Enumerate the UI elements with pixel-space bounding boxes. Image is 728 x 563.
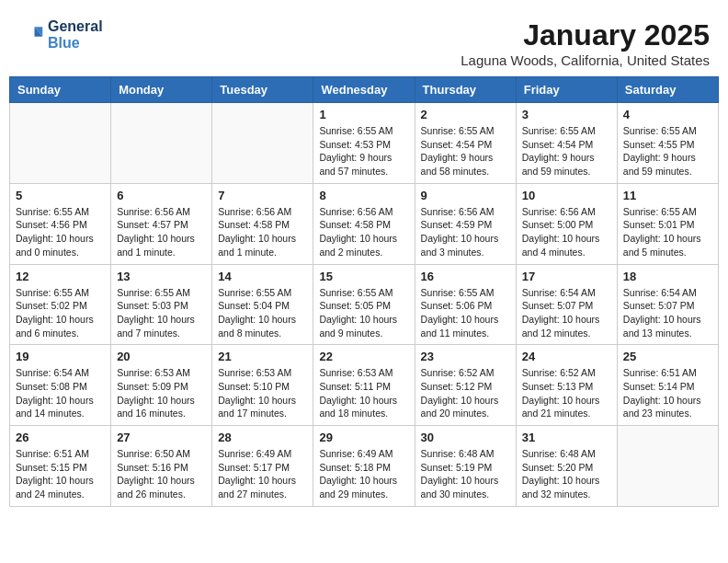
location-title: Laguna Woods, California, United States: [461, 52, 710, 68]
calendar-cell: 22Sunrise: 6:53 AM Sunset: 5:11 PM Dayli…: [313, 345, 415, 426]
day-info: Sunrise: 6:52 AM Sunset: 5:13 PM Dayligh…: [522, 366, 611, 420]
day-info: Sunrise: 6:55 AM Sunset: 5:02 PM Dayligh…: [16, 286, 105, 340]
day-info: Sunrise: 6:55 AM Sunset: 4:54 PM Dayligh…: [421, 124, 510, 178]
calendar-cell: 27Sunrise: 6:50 AM Sunset: 5:16 PM Dayli…: [111, 426, 212, 507]
calendar-week-4: 19Sunrise: 6:54 AM Sunset: 5:08 PM Dayli…: [10, 345, 719, 426]
day-info: Sunrise: 6:55 AM Sunset: 5:03 PM Dayligh…: [117, 286, 206, 340]
day-info: Sunrise: 6:49 AM Sunset: 5:18 PM Dayligh…: [319, 447, 408, 501]
day-number: 12: [16, 270, 105, 283]
calendar-cell: 14Sunrise: 6:55 AM Sunset: 5:04 PM Dayli…: [212, 264, 313, 345]
calendar-cell: 9Sunrise: 6:56 AM Sunset: 4:59 PM Daylig…: [415, 183, 516, 264]
day-number: 29: [319, 431, 408, 444]
day-number: 22: [319, 350, 408, 363]
day-info: Sunrise: 6:53 AM Sunset: 5:11 PM Dayligh…: [319, 366, 408, 420]
weekday-header-sunday: Sunday: [10, 77, 111, 103]
calendar-week-3: 12Sunrise: 6:55 AM Sunset: 5:02 PM Dayli…: [10, 264, 719, 345]
day-number: 8: [319, 189, 408, 202]
day-info: Sunrise: 6:54 AM Sunset: 5:07 PM Dayligh…: [522, 286, 611, 340]
day-number: 26: [16, 431, 105, 444]
calendar-week-5: 26Sunrise: 6:51 AM Sunset: 5:15 PM Dayli…: [10, 426, 719, 507]
calendar-cell: [111, 103, 212, 184]
day-number: 16: [421, 270, 510, 283]
calendar-table: SundayMondayTuesdayWednesdayThursdayFrid…: [9, 76, 719, 507]
day-info: Sunrise: 6:56 AM Sunset: 4:59 PM Dayligh…: [421, 205, 510, 259]
weekday-header-row: SundayMondayTuesdayWednesdayThursdayFrid…: [10, 77, 719, 103]
calendar-cell: 21Sunrise: 6:53 AM Sunset: 5:10 PM Dayli…: [212, 345, 313, 426]
calendar-cell: 2Sunrise: 6:55 AM Sunset: 4:54 PM Daylig…: [415, 103, 516, 184]
day-number: 20: [117, 350, 206, 363]
calendar-cell: 17Sunrise: 6:54 AM Sunset: 5:07 PM Dayli…: [516, 264, 617, 345]
day-info: Sunrise: 6:54 AM Sunset: 5:07 PM Dayligh…: [623, 286, 712, 340]
day-number: 9: [421, 189, 510, 202]
day-info: Sunrise: 6:56 AM Sunset: 4:58 PM Dayligh…: [218, 205, 307, 259]
calendar-cell: 11Sunrise: 6:55 AM Sunset: 5:01 PM Dayli…: [617, 183, 718, 264]
logo-text: General Blue: [48, 18, 103, 52]
day-number: 2: [421, 108, 510, 121]
day-number: 21: [218, 350, 307, 363]
day-info: Sunrise: 6:49 AM Sunset: 5:17 PM Dayligh…: [218, 447, 307, 501]
calendar-cell: 10Sunrise: 6:56 AM Sunset: 5:00 PM Dayli…: [516, 183, 617, 264]
calendar-cell: 20Sunrise: 6:53 AM Sunset: 5:09 PM Dayli…: [111, 345, 212, 426]
weekday-header-saturday: Saturday: [617, 77, 718, 103]
day-number: 6: [117, 189, 206, 202]
calendar-cell: 15Sunrise: 6:55 AM Sunset: 5:05 PM Dayli…: [313, 264, 415, 345]
day-info: Sunrise: 6:53 AM Sunset: 5:09 PM Dayligh…: [117, 366, 206, 420]
day-info: Sunrise: 6:51 AM Sunset: 5:14 PM Dayligh…: [623, 366, 712, 420]
calendar-cell: 16Sunrise: 6:55 AM Sunset: 5:06 PM Dayli…: [415, 264, 516, 345]
day-info: Sunrise: 6:55 AM Sunset: 4:53 PM Dayligh…: [319, 124, 408, 178]
calendar-cell: 28Sunrise: 6:49 AM Sunset: 5:17 PM Dayli…: [212, 426, 313, 507]
calendar-cell: 26Sunrise: 6:51 AM Sunset: 5:15 PM Dayli…: [10, 426, 111, 507]
weekday-header-wednesday: Wednesday: [313, 77, 415, 103]
calendar-cell: 25Sunrise: 6:51 AM Sunset: 5:14 PM Dayli…: [617, 345, 718, 426]
day-info: Sunrise: 6:55 AM Sunset: 4:54 PM Dayligh…: [522, 124, 611, 178]
calendar-cell: 24Sunrise: 6:52 AM Sunset: 5:13 PM Dayli…: [516, 345, 617, 426]
calendar-cell: 13Sunrise: 6:55 AM Sunset: 5:03 PM Dayli…: [111, 264, 212, 345]
day-number: 24: [522, 350, 611, 363]
calendar-cell: [10, 103, 111, 184]
calendar-cell: [617, 426, 718, 507]
day-info: Sunrise: 6:51 AM Sunset: 5:15 PM Dayligh…: [16, 447, 105, 501]
day-number: 19: [16, 350, 105, 363]
calendar-cell: 31Sunrise: 6:48 AM Sunset: 5:20 PM Dayli…: [516, 426, 617, 507]
day-number: 15: [319, 270, 408, 283]
day-info: Sunrise: 6:48 AM Sunset: 5:19 PM Dayligh…: [421, 447, 510, 501]
logo: General Blue: [18, 18, 103, 52]
day-number: 18: [623, 270, 712, 283]
calendar-cell: 3Sunrise: 6:55 AM Sunset: 4:54 PM Daylig…: [516, 103, 617, 184]
day-info: Sunrise: 6:52 AM Sunset: 5:12 PM Dayligh…: [421, 366, 510, 420]
weekday-header-thursday: Thursday: [415, 77, 516, 103]
day-number: 28: [218, 431, 307, 444]
day-number: 4: [623, 108, 712, 121]
day-info: Sunrise: 6:56 AM Sunset: 4:58 PM Dayligh…: [319, 205, 408, 259]
calendar-cell: 30Sunrise: 6:48 AM Sunset: 5:19 PM Dayli…: [415, 426, 516, 507]
day-info: Sunrise: 6:55 AM Sunset: 4:55 PM Dayligh…: [623, 124, 712, 178]
page-header: General Blue January 2025 Laguna Woods, …: [9, 9, 719, 73]
day-info: Sunrise: 6:55 AM Sunset: 5:05 PM Dayligh…: [319, 286, 408, 340]
day-number: 31: [522, 431, 611, 444]
day-number: 7: [218, 189, 307, 202]
day-info: Sunrise: 6:56 AM Sunset: 5:00 PM Dayligh…: [522, 205, 611, 259]
day-number: 17: [522, 270, 611, 283]
day-info: Sunrise: 6:55 AM Sunset: 5:06 PM Dayligh…: [421, 286, 510, 340]
day-number: 27: [117, 431, 206, 444]
weekday-header-tuesday: Tuesday: [212, 77, 313, 103]
day-info: Sunrise: 6:53 AM Sunset: 5:10 PM Dayligh…: [218, 366, 307, 420]
day-number: 11: [623, 189, 712, 202]
day-number: 10: [522, 189, 611, 202]
calendar-cell: 7Sunrise: 6:56 AM Sunset: 4:58 PM Daylig…: [212, 183, 313, 264]
calendar-cell: 4Sunrise: 6:55 AM Sunset: 4:55 PM Daylig…: [617, 103, 718, 184]
day-info: Sunrise: 6:48 AM Sunset: 5:20 PM Dayligh…: [522, 447, 611, 501]
day-number: 13: [117, 270, 206, 283]
calendar-cell: 23Sunrise: 6:52 AM Sunset: 5:12 PM Dayli…: [415, 345, 516, 426]
calendar-cell: 12Sunrise: 6:55 AM Sunset: 5:02 PM Dayli…: [10, 264, 111, 345]
calendar-cell: 8Sunrise: 6:56 AM Sunset: 4:58 PM Daylig…: [313, 183, 415, 264]
day-number: 1: [319, 108, 408, 121]
calendar-cell: 18Sunrise: 6:54 AM Sunset: 5:07 PM Dayli…: [617, 264, 718, 345]
calendar-cell: 19Sunrise: 6:54 AM Sunset: 5:08 PM Dayli…: [10, 345, 111, 426]
calendar-week-1: 1Sunrise: 6:55 AM Sunset: 4:53 PM Daylig…: [10, 103, 719, 184]
day-info: Sunrise: 6:50 AM Sunset: 5:16 PM Dayligh…: [117, 447, 206, 501]
day-number: 3: [522, 108, 611, 121]
day-number: 23: [421, 350, 510, 363]
day-info: Sunrise: 6:55 AM Sunset: 5:04 PM Dayligh…: [218, 286, 307, 340]
logo-icon: [18, 22, 44, 48]
